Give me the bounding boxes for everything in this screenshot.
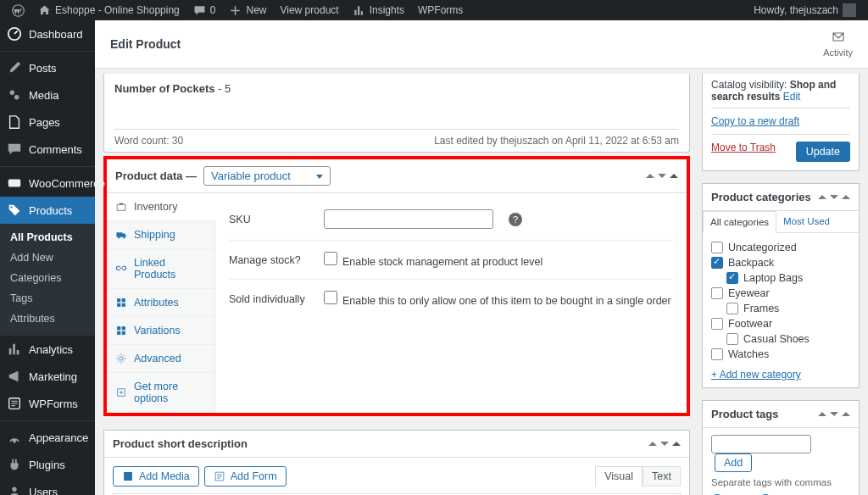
howdy-user[interactable]: Howdy, thejuszach — [747, 0, 863, 20]
product-data-metabox: Product data — Variable product Inventor… — [103, 156, 690, 416]
svg-rect-18 — [117, 331, 120, 335]
menu-products[interactable]: Products — [0, 197, 95, 224]
inventory-panel: SKU ? Manage stock? Enable stock managem… — [215, 193, 687, 413]
editor-tab-visual[interactable]: Visual — [595, 466, 643, 487]
submenu-all-products[interactable]: All Products — [0, 227, 95, 248]
metabox-move-down[interactable] — [660, 442, 669, 446]
cat-casual-shoes[interactable] — [726, 333, 738, 345]
edit-visibility-link[interactable]: Edit — [783, 91, 801, 103]
cat-tab-most-used[interactable]: Most Used — [776, 211, 837, 232]
svg-rect-14 — [117, 303, 120, 307]
metabox-move-up[interactable] — [818, 195, 826, 199]
svg-rect-19 — [122, 331, 125, 335]
site-link[interactable]: Eshoppe - Online Shopping — [31, 0, 186, 20]
cat-footwear[interactable] — [711, 318, 723, 330]
tab-attributes[interactable]: Attributes — [107, 289, 214, 317]
submenu-attributes[interactable]: Attributes — [0, 309, 95, 329]
cat-laptop-bags[interactable] — [726, 272, 738, 284]
activity-button[interactable]: Activity — [823, 31, 853, 58]
metabox-move-down[interactable] — [830, 195, 838, 199]
menu-comments[interactable]: Comments — [0, 136, 95, 163]
menu-analytics[interactable]: Analytics — [0, 336, 95, 363]
sku-input[interactable] — [324, 209, 493, 229]
sold-individually-checkbox-label[interactable]: Enable this to only allow one of this it… — [324, 291, 671, 307]
tag-input[interactable] — [711, 435, 811, 453]
cat-uncategorized[interactable] — [711, 242, 723, 253]
attributes-preview: Number of Pockets - 5 Word count: 30 Las… — [103, 74, 690, 153]
submenu-tags[interactable]: Tags — [0, 288, 95, 309]
tab-get-more[interactable]: Get more options — [107, 373, 214, 413]
new-link[interactable]: New — [222, 0, 273, 20]
metabox-toggle[interactable] — [842, 195, 850, 199]
menu-appearance[interactable]: Appearance — [0, 420, 95, 451]
publish-box: Catalog visibility: Shop and search resu… — [702, 74, 860, 171]
view-product-link[interactable]: View product — [273, 0, 345, 20]
page-title: Edit Product — [110, 37, 181, 51]
cat-frames[interactable] — [726, 303, 738, 314]
menu-posts[interactable]: Posts — [0, 51, 95, 81]
update-button[interactable]: Update — [796, 142, 850, 162]
submenu-products: All Products Add New Categories Tags Att… — [0, 224, 95, 336]
tab-variations[interactable]: Variations — [107, 317, 214, 345]
manage-stock-checkbox[interactable] — [324, 252, 337, 265]
tab-inventory[interactable]: Inventory — [107, 193, 215, 221]
menu-pages[interactable]: Pages — [0, 108, 95, 136]
cat-backpack[interactable] — [711, 257, 723, 269]
move-to-trash-link[interactable]: Move to Trash — [711, 142, 776, 153]
add-category-link[interactable]: + Add new category — [711, 369, 801, 381]
editor-tab-text[interactable]: Text — [643, 466, 681, 487]
tag-add-button[interactable]: Add — [715, 453, 752, 472]
tab-advanced[interactable]: Advanced — [107, 345, 214, 373]
submenu-categories[interactable]: Categories — [0, 268, 95, 288]
category-list: Uncategorized Backpack Laptop Bags Eyewe… — [711, 240, 850, 362]
categories-box: Product categories All categories Most U… — [702, 183, 860, 388]
admin-bar: Eshoppe - Online Shopping 0 New View pro… — [0, 0, 868, 20]
manage-stock-checkbox-label[interactable]: Enable stock management at product level — [324, 252, 542, 268]
menu-wpforms[interactable]: WPForms — [0, 390, 95, 417]
menu-media[interactable]: Media — [0, 81, 95, 108]
wp-logo[interactable] — [5, 0, 31, 20]
menu-dashboard[interactable]: Dashboard — [0, 20, 95, 47]
cat-watches[interactable] — [711, 348, 723, 360]
insights-link[interactable]: Insights — [346, 0, 411, 20]
metabox-move-down[interactable] — [830, 412, 838, 416]
tab-shipping[interactable]: Shipping — [107, 221, 214, 249]
last-edited: Last edited by thejuszach on April 11, 2… — [434, 135, 679, 147]
sku-label: SKU — [229, 214, 314, 225]
svg-point-11 — [123, 236, 125, 238]
menu-users[interactable]: Users — [0, 478, 95, 495]
svg-rect-17 — [122, 326, 125, 330]
cat-tab-all[interactable]: All categories — [703, 211, 776, 233]
tab-linked-products[interactable]: Linked Products — [107, 249, 214, 289]
metabox-toggle[interactable] — [670, 174, 678, 178]
metabox-toggle[interactable] — [672, 442, 681, 446]
menu-plugins[interactable]: Plugins — [0, 451, 95, 478]
metabox-move-up[interactable] — [648, 442, 657, 446]
add-form-button[interactable]: Add Form — [204, 466, 287, 487]
submenu-add-new[interactable]: Add New — [0, 248, 95, 268]
menu-marketing[interactable]: Marketing — [0, 363, 95, 390]
add-media-button[interactable]: Add Media — [113, 466, 199, 487]
menu-woocommerce[interactable]: WooCommerce — [0, 166, 95, 197]
metabox-move-up[interactable] — [646, 174, 654, 178]
metabox-move-down[interactable] — [658, 174, 666, 178]
svg-point-5 — [10, 206, 12, 208]
comments-link[interactable]: 0 — [186, 0, 223, 20]
product-data-title: Product data — — [115, 170, 197, 182]
sku-help-icon[interactable]: ? — [509, 213, 522, 226]
tag-hint: Separate tags with commas — [711, 477, 850, 487]
wpforms-link[interactable]: WPForms — [411, 0, 470, 20]
metabox-move-up[interactable] — [818, 412, 826, 416]
admin-sidebar: Dashboard Posts Media Pages Comments Woo… — [0, 20, 95, 495]
svg-rect-9 — [117, 204, 125, 210]
metabox-toggle[interactable] — [842, 412, 850, 416]
avatar — [843, 3, 856, 17]
copy-draft-link[interactable]: Copy to a new draft — [711, 115, 799, 127]
product-data-tabs: Inventory Shipping Linked Products Attri… — [107, 193, 215, 413]
manage-stock-label: Manage stock? — [229, 254, 314, 266]
short-description-title: Product short description — [113, 437, 248, 450]
product-type-select[interactable]: Variable product — [203, 166, 331, 186]
cat-eyewear[interactable] — [711, 287, 723, 299]
sold-individually-checkbox[interactable] — [324, 291, 337, 304]
svg-rect-16 — [117, 326, 120, 330]
